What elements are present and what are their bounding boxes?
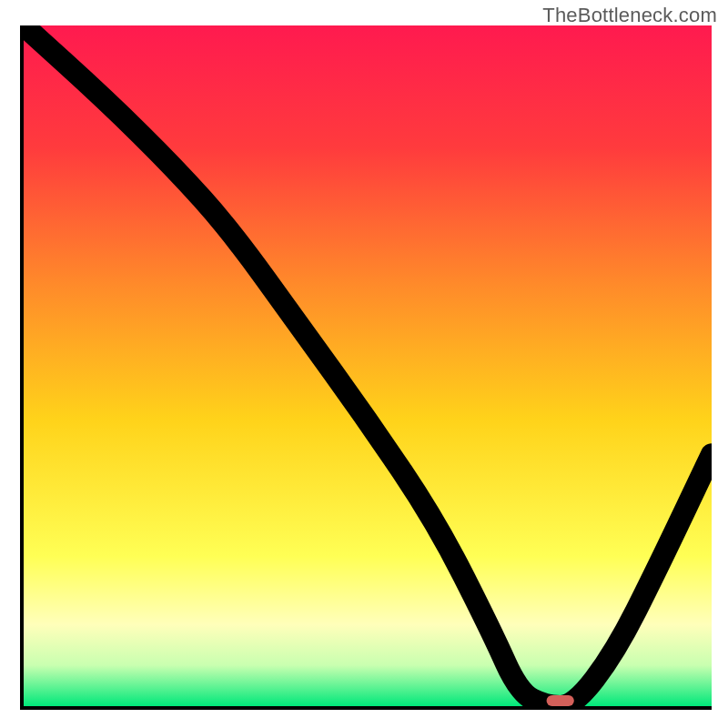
chart-plot-area — [20, 25, 712, 710]
bottleneck-curve-line — [24, 25, 712, 706]
sweet-spot-marker — [547, 695, 574, 706]
watermark-label: TheBottleneck.com — [542, 4, 717, 27]
chart-svg — [24, 25, 712, 706]
